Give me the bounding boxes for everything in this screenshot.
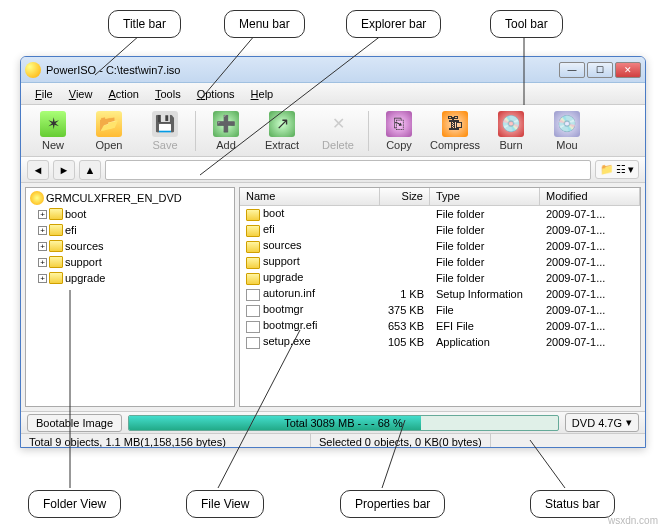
svg-line-6	[382, 420, 405, 488]
svg-line-5	[218, 330, 300, 488]
callout-titlebar: Title bar	[108, 10, 181, 38]
callout-explorerbar: Explorer bar	[346, 10, 441, 38]
callout-menubar: Menu bar	[224, 10, 305, 38]
callout-fileview: File View	[186, 490, 264, 518]
callout-propsbar: Properties bar	[340, 490, 445, 518]
svg-line-1	[200, 35, 255, 100]
callout-folderview: Folder View	[28, 490, 121, 518]
svg-line-2	[200, 35, 382, 175]
callout-statusbar: Status bar	[530, 490, 615, 518]
callout-toolbar: Tool bar	[490, 10, 563, 38]
svg-line-0	[95, 35, 140, 75]
svg-line-7	[530, 440, 565, 488]
